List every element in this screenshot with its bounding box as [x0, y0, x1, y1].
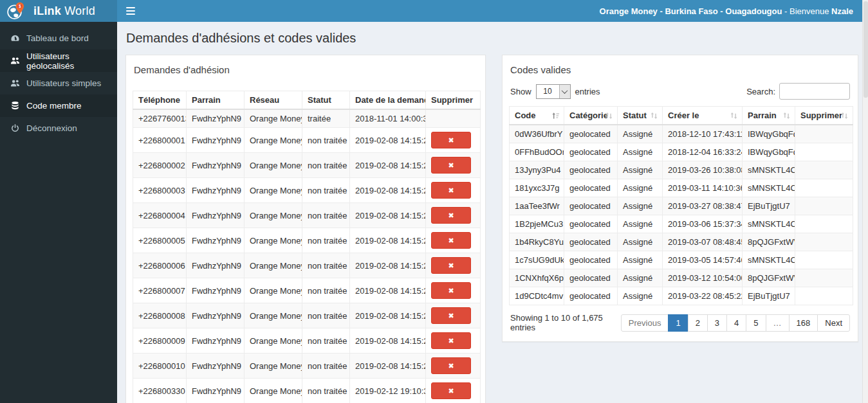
- sidebar-item-d-connexion[interactable]: Déconnexion: [0, 117, 117, 139]
- pagination-4[interactable]: 4: [726, 314, 746, 332]
- codes-col-header-cr-er-le[interactable]: Créer le: [663, 107, 743, 125]
- cell-statut: non traitée: [302, 153, 350, 178]
- scrollbar-thumb[interactable]: [863, 1, 868, 98]
- cell-parrain: FwdhzYphN9: [187, 153, 245, 178]
- pagination-3[interactable]: 3: [707, 314, 727, 332]
- delete-icon: ✖: [448, 287, 454, 294]
- cell-parrain: IBWqyGbqFd: [743, 143, 795, 161]
- sidebar-nav: Tableau de bordUtilisateurs géolocalisés…: [0, 22, 117, 403]
- page-scrollbar[interactable]: [862, 0, 868, 403]
- cell-cree_le: 2019-03-06 15:37:34: [663, 215, 743, 233]
- delete-button[interactable]: ✖: [431, 132, 471, 148]
- sidebar-item-code-membre[interactable]: Code membre: [0, 94, 117, 117]
- codes-table-row: 1aaTee3fWrgeolocatedAssigné2019-03-27 08…: [510, 197, 853, 215]
- codes-col-header-supprimer[interactable]: Supprimer: [795, 107, 853, 125]
- sort-ascending-icon: [551, 111, 560, 120]
- delete-button[interactable]: ✖: [431, 332, 471, 349]
- sort-both-icon: [650, 111, 658, 120]
- cell-parrain: FwdhzYphN9: [187, 253, 245, 278]
- cell-telephone: +226800330: [133, 379, 187, 403]
- cell-cree_le: 2019-03-12 10:54:00: [663, 269, 743, 287]
- codes-table-row: 1B2pjeMCu3geolocatedAssigné2019-03-06 15…: [510, 215, 853, 233]
- delete-button[interactable]: ✖: [431, 307, 471, 324]
- cell-categorie: geolocated: [564, 233, 618, 251]
- chevron-down-icon: [559, 85, 570, 98]
- brand-link[interactable]: $ iLink World: [0, 0, 117, 22]
- sidebar-item-utilisateurs-simples[interactable]: Utilisateurs simples: [0, 72, 117, 94]
- cell-cree_le: 2019-03-27 08:38:47: [663, 197, 743, 215]
- delete-icon: ✖: [448, 161, 454, 169]
- entries-label: entries: [575, 87, 600, 96]
- demandes-table-row: +22677600139FwdhzYphN9Orange Moneytraité…: [133, 109, 481, 128]
- search-input[interactable]: [779, 83, 850, 100]
- cell-code: 0dW36UfbrY: [510, 125, 564, 143]
- app-window: $ iLink World Orange Money - Burkina Fas…: [0, 0, 868, 403]
- pagination-1[interactable]: 1: [668, 314, 688, 332]
- codes-valides-panel: Codes valides Show 10 entries Search:: [502, 55, 858, 342]
- sort-both-icon: [840, 111, 849, 120]
- cell-cree_le: 2019-03-22 08:45:22: [663, 287, 743, 305]
- sidebar-item-label: Déconnexion: [26, 123, 77, 133]
- page-length-control: Show 10 entries: [510, 84, 600, 99]
- delete-icon: ✖: [448, 387, 454, 395]
- cell-reseau: Orange Money: [245, 178, 302, 203]
- cell-reseau: Orange Money: [245, 328, 302, 354]
- demandes-table-row: +226800009FwdhzYphN9Orange Moneynon trai…: [133, 328, 481, 354]
- cell-supprimer: ✖: [426, 354, 481, 379]
- delete-button[interactable]: ✖: [431, 382, 471, 399]
- cell-statut: non traitée: [302, 178, 350, 203]
- cell-statut: Assigné: [618, 143, 663, 161]
- cell-statut: Assigné: [618, 215, 663, 233]
- cell-parrain: IBWqyGbqFd: [743, 125, 795, 143]
- cell-code: 0FFhBudOOm: [510, 143, 564, 161]
- delete-button[interactable]: ✖: [431, 232, 471, 249]
- sidebar-item-utilisateurs-g-olocalis-s[interactable]: Utilisateurs géolocalisés: [0, 49, 117, 72]
- hamburger-menu-icon[interactable]: [117, 0, 144, 22]
- delete-button[interactable]: ✖: [431, 257, 471, 274]
- demandes-col-header: Supprimer: [426, 91, 481, 110]
- codes-col-header-statut[interactable]: Statut: [618, 107, 663, 125]
- demandes-col-header: Téléphone: [133, 91, 187, 110]
- cell-date: 2019-02-12 19:10:32: [350, 379, 426, 403]
- cell-date: 2019-02-08 14:15:26: [350, 153, 426, 178]
- cell-categorie: geolocated: [564, 215, 618, 233]
- codes-table-row: 181yxc3J7ggeolocatedAssigné2019-03-11 14…: [510, 179, 853, 197]
- codes-col-header-parrain[interactable]: Parrain: [743, 107, 795, 125]
- cell-code: 1b4RkyC8Yu: [510, 233, 564, 251]
- cell-reseau: Orange Money: [245, 379, 302, 403]
- cell-parrain: FwdhzYphN9: [187, 303, 245, 328]
- demandes-table-row: +226800004FwdhzYphN9Orange Moneynon trai…: [133, 203, 481, 228]
- cell-telephone: +226800010: [133, 354, 187, 379]
- sort-both-icon: [730, 111, 738, 120]
- delete-button[interactable]: ✖: [431, 357, 471, 374]
- delete-button[interactable]: ✖: [431, 182, 471, 199]
- pagination-168[interactable]: 168: [789, 314, 818, 332]
- delete-button[interactable]: ✖: [431, 157, 471, 174]
- pagination-5[interactable]: 5: [746, 314, 766, 332]
- cell-cree_le: 2018-12-10 17:43:11: [663, 125, 743, 143]
- cell-statut: Assigné: [618, 125, 663, 143]
- pagination-2[interactable]: 2: [688, 314, 708, 332]
- cell-categorie: geolocated: [564, 251, 618, 269]
- page-length-select[interactable]: 10: [536, 84, 571, 99]
- demandes-table-row: +226800006FwdhzYphN9Orange Moneynon trai…: [133, 253, 481, 278]
- cell-supprimer: ✖: [426, 303, 481, 328]
- cell-telephone: +22677600139: [133, 109, 187, 128]
- cell-parrain: FwdhzYphN9: [187, 178, 245, 203]
- cell-supprimer: [795, 269, 853, 287]
- cell-code: 1B2pjeMCu3: [510, 215, 564, 233]
- pagination-previous[interactable]: Previous: [621, 314, 669, 332]
- table-info-text: Showing 1 to 10 of 1,675 entries: [510, 313, 622, 332]
- sidebar-item-label: Utilisateurs simples: [26, 78, 101, 88]
- cell-supprimer: ✖: [426, 178, 481, 203]
- pagination-next[interactable]: Next: [817, 314, 850, 332]
- sidebar-item-tableau-de-bord[interactable]: Tableau de bord: [0, 27, 117, 49]
- cell-parrain: sMNSKTL4OR: [743, 215, 795, 233]
- codes-col-header-cat-gorie[interactable]: Catégorie: [564, 107, 618, 125]
- codes-table-row: 0FFhBudOOmgeolocatedAssigné2018-12-04 16…: [510, 143, 853, 161]
- delete-button[interactable]: ✖: [431, 282, 471, 299]
- cell-statut: Assigné: [618, 233, 663, 251]
- codes-col-header-code[interactable]: Code: [510, 107, 564, 125]
- cell-reseau: Orange Money: [245, 253, 302, 278]
- delete-button[interactable]: ✖: [431, 207, 471, 224]
